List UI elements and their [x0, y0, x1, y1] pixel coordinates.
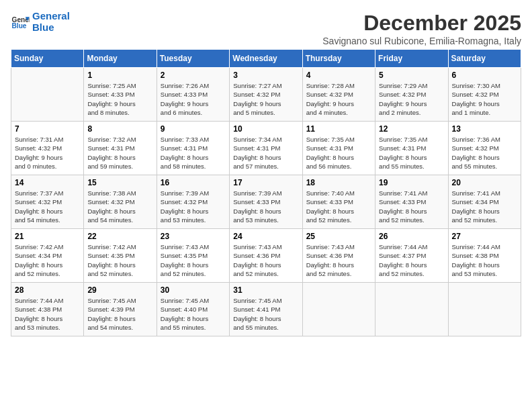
day-info: Sunrise: 7:29 AM Sunset: 4:32 PM Dayligh… — [379, 81, 444, 117]
header-friday: Friday — [375, 50, 448, 68]
day-number: 21 — [15, 232, 80, 241]
day-info: Sunrise: 7:30 AM Sunset: 4:32 PM Dayligh… — [452, 81, 517, 117]
calendar-cell: 21Sunrise: 7:42 AM Sunset: 4:34 PM Dayli… — [11, 229, 84, 283]
logo-text-line1: General — [32, 11, 70, 22]
day-number: 24 — [233, 232, 298, 241]
day-number: 10 — [233, 124, 298, 134]
day-number: 17 — [233, 178, 298, 187]
calendar-cell: 15Sunrise: 7:38 AM Sunset: 4:32 PM Dayli… — [84, 175, 157, 229]
day-number: 15 — [87, 178, 152, 187]
day-number: 3 — [233, 71, 298, 80]
day-info: Sunrise: 7:42 AM Sunset: 4:34 PM Dayligh… — [15, 242, 80, 278]
day-info: Sunrise: 7:41 AM Sunset: 4:34 PM Dayligh… — [452, 189, 517, 224]
calendar-cell: 8Sunrise: 7:32 AM Sunset: 4:31 PM Daylig… — [84, 122, 157, 175]
header-thursday: Thursday — [302, 50, 375, 68]
day-info: Sunrise: 7:38 AM Sunset: 4:32 PM Dayligh… — [87, 189, 152, 224]
day-info: Sunrise: 7:39 AM Sunset: 4:33 PM Dayligh… — [233, 189, 298, 224]
calendar-cell: 16Sunrise: 7:39 AM Sunset: 4:32 PM Dayli… — [157, 175, 229, 229]
subtitle: Savignano sul Rubicone, Emilia-Romagna, … — [322, 36, 521, 46]
day-number: 19 — [379, 178, 444, 187]
day-number: 27 — [452, 232, 517, 241]
calendar-cell — [375, 283, 448, 336]
day-info: Sunrise: 7:44 AM Sunset: 4:38 PM Dayligh… — [452, 242, 517, 278]
header-saturday: Saturday — [448, 50, 521, 68]
header-wednesday: Wednesday — [230, 50, 302, 68]
calendar-cell: 10Sunrise: 7:34 AM Sunset: 4:31 PM Dayli… — [230, 122, 302, 175]
day-number: 4 — [306, 71, 371, 80]
day-number: 1 — [87, 71, 152, 80]
day-number: 9 — [161, 124, 226, 134]
calendar-cell: 27Sunrise: 7:44 AM Sunset: 4:38 PM Dayli… — [448, 229, 521, 283]
calendar-cell: 6Sunrise: 7:30 AM Sunset: 4:32 PM Daylig… — [448, 68, 521, 122]
day-info: Sunrise: 7:26 AM Sunset: 4:33 PM Dayligh… — [161, 81, 226, 117]
calendar-cell: 11Sunrise: 7:35 AM Sunset: 4:31 PM Dayli… — [302, 122, 375, 175]
calendar-cell: 4Sunrise: 7:28 AM Sunset: 4:32 PM Daylig… — [302, 68, 375, 122]
calendar-header-row: SundayMondayTuesdayWednesdayThursdayFrid… — [11, 50, 521, 68]
week-row-1: 1Sunrise: 7:25 AM Sunset: 4:33 PM Daylig… — [11, 68, 521, 122]
day-info: Sunrise: 7:43 AM Sunset: 4:36 PM Dayligh… — [233, 242, 298, 278]
logo: General Blue General Blue — [11, 11, 70, 33]
header-sunday: Sunday — [11, 50, 84, 68]
calendar-cell: 22Sunrise: 7:42 AM Sunset: 4:35 PM Dayli… — [84, 229, 157, 283]
calendar-cell — [11, 68, 84, 122]
calendar-cell: 30Sunrise: 7:45 AM Sunset: 4:40 PM Dayli… — [157, 283, 229, 336]
header-tuesday: Tuesday — [157, 50, 229, 68]
day-info: Sunrise: 7:45 AM Sunset: 4:39 PM Dayligh… — [87, 296, 152, 332]
day-number: 5 — [379, 71, 444, 80]
calendar-cell: 29Sunrise: 7:45 AM Sunset: 4:39 PM Dayli… — [84, 283, 157, 336]
day-number: 26 — [379, 232, 444, 241]
day-info: Sunrise: 7:42 AM Sunset: 4:35 PM Dayligh… — [87, 242, 152, 278]
day-number: 13 — [452, 124, 517, 134]
calendar-cell: 3Sunrise: 7:27 AM Sunset: 4:32 PM Daylig… — [230, 68, 302, 122]
day-info: Sunrise: 7:35 AM Sunset: 4:31 PM Dayligh… — [306, 135, 371, 171]
calendar-cell: 25Sunrise: 7:43 AM Sunset: 4:36 PM Dayli… — [302, 229, 375, 283]
calendar-cell: 17Sunrise: 7:39 AM Sunset: 4:33 PM Dayli… — [230, 175, 302, 229]
day-info: Sunrise: 7:28 AM Sunset: 4:32 PM Dayligh… — [306, 81, 371, 117]
logo-icon: General Blue — [11, 13, 30, 32]
day-number: 11 — [306, 124, 371, 134]
svg-text:Blue: Blue — [12, 22, 27, 30]
day-number: 12 — [379, 124, 444, 134]
week-row-5: 28Sunrise: 7:44 AM Sunset: 4:38 PM Dayli… — [11, 283, 521, 336]
calendar-cell: 24Sunrise: 7:43 AM Sunset: 4:36 PM Dayli… — [230, 229, 302, 283]
calendar-cell: 18Sunrise: 7:40 AM Sunset: 4:33 PM Dayli… — [302, 175, 375, 229]
day-info: Sunrise: 7:44 AM Sunset: 4:38 PM Dayligh… — [15, 296, 80, 332]
day-number: 8 — [87, 124, 152, 134]
day-info: Sunrise: 7:32 AM Sunset: 4:31 PM Dayligh… — [87, 135, 152, 171]
day-info: Sunrise: 7:25 AM Sunset: 4:33 PM Dayligh… — [87, 81, 152, 117]
day-info: Sunrise: 7:37 AM Sunset: 4:32 PM Dayligh… — [15, 189, 80, 224]
day-number: 7 — [15, 124, 80, 134]
day-number: 2 — [161, 71, 226, 80]
calendar-cell: 13Sunrise: 7:36 AM Sunset: 4:32 PM Dayli… — [448, 122, 521, 175]
calendar-cell — [302, 283, 375, 336]
day-info: Sunrise: 7:45 AM Sunset: 4:41 PM Dayligh… — [233, 296, 298, 332]
day-info: Sunrise: 7:36 AM Sunset: 4:32 PM Dayligh… — [452, 135, 517, 171]
calendar-cell: 19Sunrise: 7:41 AM Sunset: 4:33 PM Dayli… — [375, 175, 448, 229]
calendar-cell: 20Sunrise: 7:41 AM Sunset: 4:34 PM Dayli… — [448, 175, 521, 229]
day-info: Sunrise: 7:45 AM Sunset: 4:40 PM Dayligh… — [161, 296, 226, 332]
day-number: 29 — [87, 285, 152, 295]
calendar-cell — [448, 283, 521, 336]
day-info: Sunrise: 7:39 AM Sunset: 4:32 PM Dayligh… — [161, 189, 226, 224]
week-row-2: 7Sunrise: 7:31 AM Sunset: 4:32 PM Daylig… — [11, 122, 521, 175]
calendar-cell: 12Sunrise: 7:35 AM Sunset: 4:31 PM Dayli… — [375, 122, 448, 175]
title-block: December 2025 Savignano sul Rubicone, Em… — [322, 11, 521, 46]
calendar-cell: 14Sunrise: 7:37 AM Sunset: 4:32 PM Dayli… — [11, 175, 84, 229]
calendar-cell: 23Sunrise: 7:43 AM Sunset: 4:35 PM Dayli… — [157, 229, 229, 283]
calendar-cell: 28Sunrise: 7:44 AM Sunset: 4:38 PM Dayli… — [11, 283, 84, 336]
day-number: 14 — [15, 178, 80, 187]
calendar-cell: 5Sunrise: 7:29 AM Sunset: 4:32 PM Daylig… — [375, 68, 448, 122]
day-info: Sunrise: 7:43 AM Sunset: 4:35 PM Dayligh… — [161, 242, 226, 278]
calendar-cell: 1Sunrise: 7:25 AM Sunset: 4:33 PM Daylig… — [84, 68, 157, 122]
day-info: Sunrise: 7:31 AM Sunset: 4:32 PM Dayligh… — [15, 135, 80, 171]
day-info: Sunrise: 7:35 AM Sunset: 4:31 PM Dayligh… — [379, 135, 444, 171]
day-number: 23 — [161, 232, 226, 241]
day-info: Sunrise: 7:34 AM Sunset: 4:31 PM Dayligh… — [233, 135, 298, 171]
calendar-table: SundayMondayTuesdayWednesdayThursdayFrid… — [11, 49, 521, 336]
day-info: Sunrise: 7:33 AM Sunset: 4:31 PM Dayligh… — [161, 135, 226, 171]
day-number: 22 — [87, 232, 152, 241]
day-number: 6 — [452, 71, 517, 80]
day-number: 25 — [306, 232, 371, 241]
week-row-3: 14Sunrise: 7:37 AM Sunset: 4:32 PM Dayli… — [11, 175, 521, 229]
day-number: 28 — [15, 285, 80, 295]
